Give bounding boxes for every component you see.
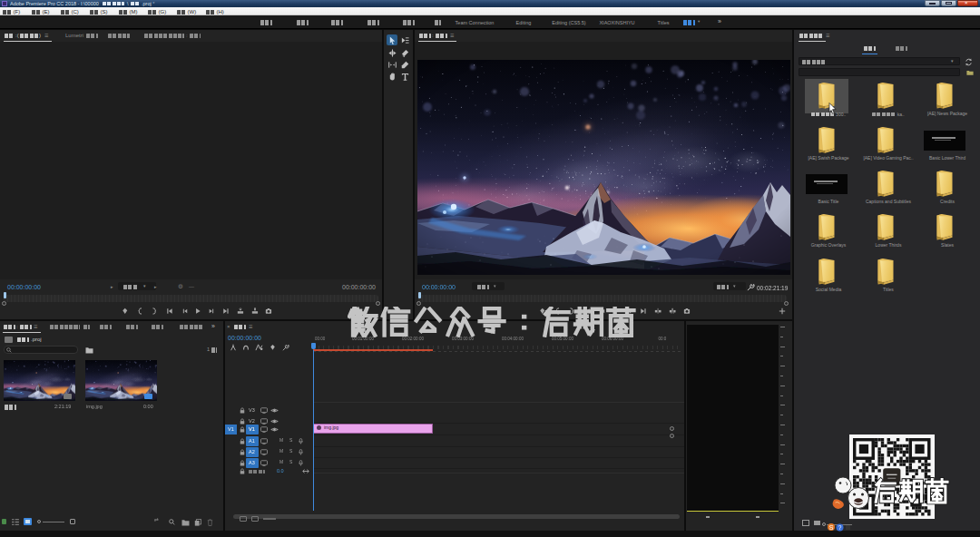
svg-text:?: ? [838,524,842,531]
svg-text:S: S [829,524,834,531]
